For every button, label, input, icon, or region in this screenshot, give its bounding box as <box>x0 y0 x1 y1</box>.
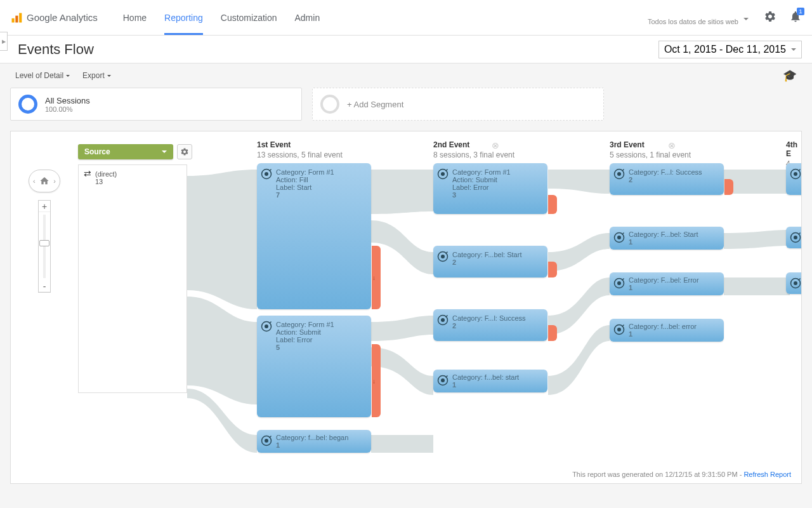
event-icon <box>790 277 801 289</box>
chevron-right-icon: › <box>53 177 56 185</box>
column-2-remove[interactable]: ⊗ <box>492 140 499 150</box>
dimension-settings-button[interactable] <box>177 144 192 159</box>
event-node[interactable]: Category: F...l: Success 2 <box>610 163 724 195</box>
through-traffic-icon: ⇄ <box>84 170 91 185</box>
dropoff-indicator[interactable] <box>372 344 381 417</box>
zoom-out-button[interactable]: - <box>39 281 50 292</box>
dropoff-indicator[interactable] <box>372 246 381 309</box>
notifications-button[interactable]: 1 <box>789 10 802 25</box>
zoom-handle[interactable] <box>39 240 49 246</box>
nav-customization[interactable]: Customization <box>221 1 277 34</box>
svg-point-12 <box>441 255 445 258</box>
account-view-name: Todos los datos de sitios web <box>648 18 738 25</box>
svg-point-8 <box>265 439 268 443</box>
event-icon <box>613 277 625 289</box>
chevron-left-icon: ‹ <box>33 177 36 185</box>
dimension-selector[interactable]: Source <box>78 144 173 159</box>
event-node[interactable]: Category: F...l: Success 2 <box>433 309 547 341</box>
svg-point-22 <box>617 281 621 285</box>
event-node[interactable]: Category: Form #1 Action: Fill Label: St… <box>257 163 371 309</box>
svg-point-14 <box>441 318 445 322</box>
event-node[interactable]: Category: F...bel: Error 1 <box>610 272 724 295</box>
dropoff-indicator[interactable] <box>724 179 733 195</box>
home-icon <box>39 176 49 186</box>
report-toolbar: Level of Detail Export 🎓 <box>0 64 812 88</box>
event-node[interactable] <box>786 227 802 248</box>
segment-percent: 100.00% <box>45 105 90 113</box>
flow-controls: ‹ › + - <box>29 170 60 293</box>
column-2-header: 2nd Event 8 sessions, 3 final event ⊗ <box>433 140 514 159</box>
zoom-in-button[interactable]: + <box>39 201 50 212</box>
event-icon <box>437 375 449 386</box>
event-icon <box>613 232 625 243</box>
event-icon <box>437 314 449 326</box>
analytics-icon <box>10 11 23 24</box>
event-icon <box>261 435 272 446</box>
account-picker[interactable]: Todos los datos de sitios web <box>643 8 751 28</box>
column-3-header: 3rd Event 5 sessions, 1 final event ⊗ <box>610 140 691 159</box>
svg-point-4 <box>265 172 268 176</box>
event-icon <box>613 324 625 335</box>
sub-header: Events Flow Oct 1, 2015 - Dec 11, 2015 <box>0 36 812 64</box>
dropoff-indicator[interactable] <box>548 262 557 277</box>
export-dropdown[interactable]: Export <box>82 71 111 80</box>
event-node[interactable]: Category: f...bel: error 1 <box>610 319 724 342</box>
add-segment-label: + Add Segment <box>347 100 403 109</box>
education-button[interactable]: 🎓 <box>783 69 797 83</box>
event-node[interactable] <box>786 163 802 195</box>
event-node[interactable]: Category: Form #1 Action: Submit Label: … <box>257 316 371 417</box>
svg-point-6 <box>265 324 268 328</box>
source-list[interactable]: ⇄ (direct) 13 <box>78 164 187 393</box>
flow-visualization: ‹ › + - Source 1st Event 13 sessions, 5 … <box>10 131 802 484</box>
brand-name: Google Analytics <box>27 12 98 23</box>
left-panel-toggle[interactable]: ▶ <box>0 32 8 51</box>
column-3-remove[interactable]: ⊗ <box>668 140 676 150</box>
event-node[interactable]: Category: f...bel: began 1 <box>257 430 371 453</box>
primary-nav: Home Reporting Customization Admin <box>123 1 320 34</box>
segment-ring-empty-icon <box>320 95 339 114</box>
dropoff-indicator[interactable] <box>548 195 557 214</box>
nav-admin[interactable]: Admin <box>295 1 320 34</box>
notification-badge: 1 <box>797 8 804 15</box>
date-range-picker[interactable]: Oct 1, 2015 - Dec 11, 2015 <box>658 41 802 58</box>
event-node[interactable] <box>786 272 802 294</box>
gear-icon <box>764 10 776 23</box>
svg-point-18 <box>617 172 621 176</box>
svg-point-24 <box>617 328 621 331</box>
zoom-slider[interactable] <box>43 215 46 278</box>
event-icon <box>613 168 625 180</box>
segment-all-sessions[interactable]: All Sessions 100.00% <box>10 88 302 121</box>
nav-home[interactable]: Home <box>123 1 147 34</box>
brand-logo[interactable]: Google Analytics <box>10 11 98 24</box>
flow-nav-control[interactable]: ‹ › <box>29 170 60 192</box>
global-header: Google Analytics Home Reporting Customiz… <box>0 0 812 36</box>
svg-point-20 <box>617 236 621 239</box>
event-node[interactable]: Category: f...bel: start 1 <box>433 370 547 392</box>
segment-title: All Sessions <box>45 96 90 105</box>
source-name: (direct) <box>95 170 117 178</box>
event-node[interactable]: Category: Form #1 Action: Submit Label: … <box>433 163 547 214</box>
zoom-control: + - <box>38 200 51 293</box>
settings-button[interactable] <box>764 10 776 25</box>
event-icon <box>790 232 801 243</box>
event-node[interactable]: Category: F...bel: Start 1 <box>610 227 724 250</box>
add-segment-button[interactable]: + Add Segment <box>312 88 604 121</box>
level-of-detail-dropdown[interactable]: Level of Detail <box>15 71 70 80</box>
event-node[interactable]: Category: F...bel: Start 2 <box>433 246 547 277</box>
svg-point-26 <box>794 172 797 176</box>
event-icon <box>261 168 272 180</box>
nav-reporting[interactable]: Reporting <box>164 1 203 34</box>
segments-bar: All Sessions 100.00% + Add Segment <box>0 88 812 126</box>
segment-ring-icon <box>18 95 37 114</box>
page-title: Events Flow <box>18 41 94 58</box>
report-footer: This report was generated on 12/12/15 at… <box>572 471 791 478</box>
source-count: 13 <box>95 178 117 185</box>
dropoff-indicator[interactable] <box>548 325 557 341</box>
refresh-report-link[interactable]: Refresh Report <box>743 471 791 478</box>
svg-point-28 <box>794 236 797 239</box>
column-1-header: 1st Event 13 sessions, 5 final event <box>257 140 343 159</box>
event-icon <box>790 168 801 180</box>
graduation-cap-icon: 🎓 <box>783 69 797 82</box>
svg-point-10 <box>441 172 445 176</box>
event-icon <box>437 168 449 180</box>
